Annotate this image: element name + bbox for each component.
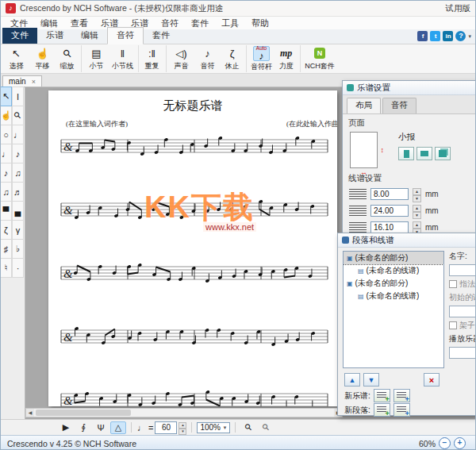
ribbon-tab-suite[interactable]: 套件 bbox=[144, 28, 178, 44]
metronome-button[interactable]: △ bbox=[110, 421, 126, 434]
note-stem-button[interactable]: Auto ♪ 音符杆 bbox=[248, 45, 274, 72]
value-input[interactable]: 16.10 bbox=[370, 221, 409, 233]
sixteenth-note-tool[interactable]: ♪ bbox=[0, 163, 12, 183]
barline-button[interactable]: ‖ 小节线 bbox=[109, 45, 139, 72]
help-icon[interactable]: ? bbox=[455, 31, 466, 41]
horizontal-scrollbar[interactable]: ◀ ▶ bbox=[25, 408, 343, 417]
ribbon-tab-score[interactable]: 乐谱 bbox=[37, 28, 72, 44]
beamed-notes-tool[interactable]: ♫ bbox=[0, 182, 12, 202]
value-input[interactable]: 24.00 bbox=[370, 205, 409, 217]
zoom-button[interactable]: ⚲ 缩放 bbox=[56, 45, 82, 72]
linkedin-icon[interactable]: in bbox=[443, 31, 453, 41]
quarter-rest-tool[interactable]: ζ bbox=[0, 220, 12, 240]
menu-item[interactable]: 帮助 bbox=[245, 17, 275, 29]
paper-size-label[interactable]: 小报 bbox=[398, 132, 451, 143]
new-section-button-1[interactable]: + bbox=[374, 403, 390, 417]
select-button[interactable]: ↖ 选择 bbox=[3, 45, 29, 72]
menu-item[interactable]: 套件 bbox=[185, 17, 215, 29]
note-button[interactable]: ♪ 音符 bbox=[194, 45, 221, 72]
zoom-out-button[interactable]: − bbox=[439, 437, 451, 449]
tree-item-icon: ▣ bbox=[347, 280, 353, 287]
dynamics-button[interactable]: mp 力度 bbox=[274, 45, 301, 72]
toolbar-icon: mp bbox=[277, 46, 295, 60]
tree-item-staff[interactable]: ▤ (未命名的线谱) bbox=[344, 264, 443, 277]
instruments-button[interactable]: ∮ bbox=[75, 421, 91, 434]
spin-buttons[interactable]: ▲▼ bbox=[413, 188, 421, 200]
dot-tool[interactable]: · bbox=[12, 258, 24, 278]
quarter-note-tool[interactable]: ♩ bbox=[0, 144, 12, 163]
twitter-icon[interactable]: t bbox=[430, 31, 440, 41]
nch-suite-button[interactable]: N NCH套件 bbox=[302, 45, 337, 72]
zoom-selection-button[interactable]: ⚲ bbox=[258, 421, 274, 434]
pan-button[interactable]: ☝ 平移 bbox=[29, 45, 56, 72]
toolbar-icon: ⚲ bbox=[60, 46, 75, 60]
zoom-in-circle-button[interactable]: + bbox=[454, 437, 466, 449]
spin-buttons[interactable]: ▲▼ bbox=[413, 205, 421, 217]
tree-item-staff[interactable]: ▤ (未命名的线谱) bbox=[344, 290, 443, 302]
document-tab-main[interactable]: main × bbox=[2, 75, 42, 87]
zoom-tool[interactable]: ⚲ bbox=[12, 106, 24, 125]
menu-item[interactable]: 工具 bbox=[215, 17, 245, 29]
chevron-down-icon[interactable]: ▾ bbox=[468, 33, 471, 40]
ribbon-tab-notes[interactable]: 音符 bbox=[107, 27, 144, 44]
text-tool[interactable]: I bbox=[12, 87, 24, 106]
svg-text:&: & bbox=[63, 140, 73, 153]
whole-note-tool[interactable]: ○ bbox=[0, 125, 12, 144]
score-page[interactable]: 无标题乐谱 (在这里输入词作者) (在此处输入作曲者) &&&&& bbox=[48, 90, 337, 406]
portrait-button[interactable] bbox=[398, 147, 414, 160]
bar-button[interactable]: ▤ 小节 bbox=[83, 45, 109, 72]
move-down-button[interactable]: ▼ bbox=[363, 373, 379, 387]
tab-layout[interactable]: 布局 bbox=[347, 98, 381, 113]
new-score-treble-button[interactable]: + bbox=[374, 389, 390, 402]
rest-button[interactable]: ζ 休止 bbox=[221, 45, 247, 72]
facebook-icon[interactable]: f bbox=[417, 31, 428, 41]
zoom-select[interactable]: 100%▼ bbox=[197, 422, 230, 433]
value-input[interactable]: 8.00 bbox=[370, 188, 409, 200]
pages-button[interactable] bbox=[435, 147, 451, 160]
pan-tool[interactable]: ☝ bbox=[0, 106, 12, 125]
sound-button[interactable]: ◁) 声音 bbox=[168, 45, 194, 72]
zoom-in-button[interactable]: ⚲ bbox=[240, 421, 256, 434]
tuning-fork-button[interactable]: Ψ bbox=[93, 421, 109, 434]
drum-checkbox[interactable] bbox=[449, 321, 457, 329]
unit-label: mm bbox=[425, 190, 439, 198]
move-up-button[interactable]: ▲ bbox=[344, 373, 360, 387]
name-input[interactable] bbox=[449, 264, 476, 276]
flat-tool[interactable]: ♭ bbox=[12, 239, 24, 259]
tempo-spin-buttons[interactable]: ▲▼ bbox=[178, 422, 186, 433]
tab-notes[interactable]: 音符 bbox=[382, 98, 416, 113]
clef-select[interactable]: ▾ bbox=[449, 306, 476, 317]
lyricist-placeholder[interactable]: (在这里输入词作者) bbox=[66, 119, 128, 129]
delete-button[interactable]: × bbox=[424, 373, 440, 387]
scroll-left-icon[interactable]: ◀ bbox=[26, 409, 34, 417]
sharp-tool[interactable]: ♯ bbox=[0, 239, 12, 259]
tempo-input[interactable]: 60 bbox=[155, 421, 177, 434]
composer-placeholder[interactable]: (在此处输入作曲者) bbox=[286, 119, 337, 129]
whole-rest-tool[interactable]: ▀ bbox=[0, 201, 12, 221]
ribbon-tab-edit[interactable]: 编辑 bbox=[72, 28, 107, 44]
beamed-sixteenths-tool[interactable]: ♬ bbox=[12, 182, 24, 202]
repeat-button[interactable]: :‖ 重复 bbox=[140, 45, 167, 72]
half-note-tool[interactable]: ♩ bbox=[12, 125, 24, 144]
close-icon[interactable]: × bbox=[32, 78, 36, 86]
new-score-bass-button[interactable]: + bbox=[393, 389, 410, 402]
spin-buttons[interactable]: ▲▼ bbox=[413, 221, 421, 233]
landscape-button[interactable] bbox=[416, 147, 432, 160]
eighth-rest-tool[interactable]: γ bbox=[12, 220, 24, 240]
playback-bar: ▶ ∮ Ψ △ ♩ = 60 ▲▼ 100%▼ ⚲ ⚲ bbox=[1, 419, 475, 435]
score-title[interactable]: 无标题乐谱 bbox=[48, 98, 337, 113]
beamed-eighths-tool[interactable]: ♫ bbox=[12, 163, 24, 183]
ribbon-tab-file[interactable]: 文件 bbox=[2, 28, 37, 44]
crescendo-window: { "window": { "logo_glyph": "♪", "title"… bbox=[0, 0, 476, 450]
play-button[interactable]: ▶ bbox=[58, 421, 74, 434]
tab-checkbox[interactable] bbox=[449, 280, 457, 288]
tree-item-section[interactable]: ▣ (未命名的部分) bbox=[344, 277, 443, 290]
select-tool[interactable]: ↖ bbox=[0, 87, 12, 106]
natural-tool[interactable]: ♮ bbox=[0, 258, 12, 278]
half-rest-tool[interactable]: ▄ bbox=[12, 201, 24, 221]
new-section-button-2[interactable]: + bbox=[393, 403, 410, 417]
tree-item-section[interactable]: ▣ (未命名的部分) bbox=[344, 252, 443, 264]
instrument-select[interactable]: ▾ bbox=[449, 347, 476, 359]
eighth-note-tool[interactable]: ♪ bbox=[12, 144, 24, 163]
horizontal-scroll-thumb[interactable] bbox=[36, 410, 131, 416]
